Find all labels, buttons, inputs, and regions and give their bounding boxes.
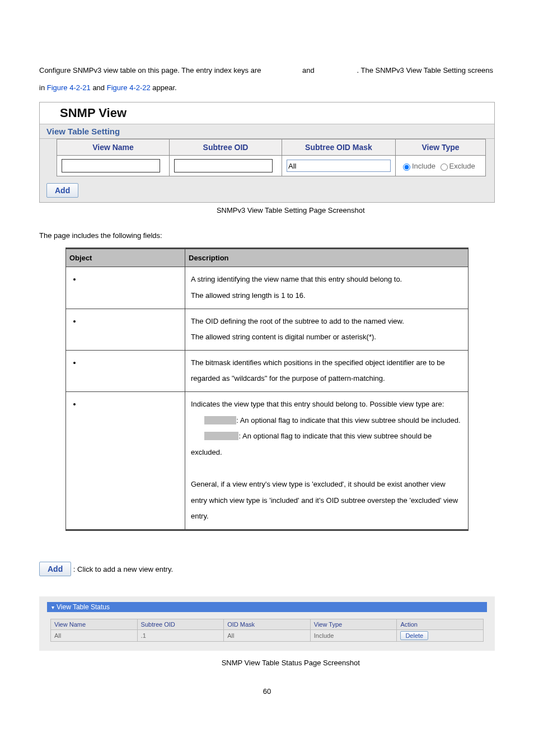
add-button-desc: : Click to add a new view entry.: [73, 565, 173, 573]
table-row: All .1 All Include Delete: [51, 629, 484, 641]
s2-oid-mask: All: [224, 629, 311, 641]
param-obj-3: View Type: [82, 400, 115, 408]
s2-view-type-h: View Type: [310, 619, 397, 629]
param-header-object: Object: [66, 249, 185, 267]
caption2-prefix: Figure 4-2-22: [174, 659, 222, 667]
s2-view-name-h: View Name: [51, 619, 138, 629]
s2-view-type: Include: [310, 629, 397, 641]
col-oid-mask: Subtree OID Mask: [282, 139, 396, 156]
add-button[interactable]: Add: [46, 183, 78, 198]
param-obj-1: Subtree OID: [82, 317, 122, 325]
s2-action-h: Action: [397, 619, 484, 629]
intro-key-1: View Name: [263, 66, 300, 74]
add-button-illustration: Add: [39, 562, 71, 576]
intro-and: and: [300, 66, 316, 74]
param-desc-1: The OID defining the root of the subtree…: [185, 309, 469, 350]
s2-subtree-oid-h: Subtree OID: [137, 619, 224, 629]
s2-oid-mask-h: OID Mask: [224, 619, 311, 629]
page-number: 60: [0, 687, 534, 696]
s2-view-name: All: [51, 629, 138, 641]
caption1-prefix: Figure 4-2-21: [169, 206, 217, 214]
caption-1: SNMPv3 View Table Setting Page Screensho…: [217, 206, 365, 214]
chevron-down-icon: ▾: [51, 604, 54, 610]
figure-link-1[interactable]: Figure 4-2-21: [47, 83, 91, 92]
intro-text-1: Configure SNMPv3 view table on this page…: [39, 66, 263, 74]
snmp-view-screenshot-1: SNMP View View Table Setting View Name S…: [39, 102, 495, 203]
include-label: Include: [412, 162, 435, 170]
param-header-desc: Description: [185, 249, 469, 267]
intro-and-2: and: [91, 83, 107, 92]
oid-mask-input[interactable]: [287, 160, 391, 172]
s2-subtree-oid: .1: [137, 629, 224, 641]
intro-text-3: appear.: [151, 83, 177, 92]
param-desc-0: A string identifying the view name that …: [185, 267, 469, 309]
include-radio[interactable]: [403, 164, 410, 171]
snmp-view-title: SNMP View: [60, 106, 127, 120]
delete-button[interactable]: Delete: [400, 631, 428, 640]
view-table-status-title: ▾View Table Status: [47, 602, 487, 612]
col-view-type: View Type: [396, 139, 486, 156]
param-obj-2: Subtree OID Mask: [82, 358, 142, 367]
parameter-table: Object Description View Name A string id…: [65, 248, 469, 530]
fields-intro: The page includes the following fields:: [0, 214, 534, 240]
intro-key-2: OID Subtree: [316, 66, 357, 74]
figure-link-2[interactable]: Figure 4-2-22: [107, 83, 151, 92]
col-view-name: View Name: [57, 139, 170, 156]
exclude-label: Exclude: [449, 162, 475, 170]
subtree-oid-input[interactable]: [174, 159, 273, 172]
param-obj-0: View Name: [82, 275, 119, 283]
col-subtree-oid: Subtree OID: [170, 139, 282, 156]
caption-2: SNMP View Table Status Page Screenshot: [222, 659, 360, 667]
param-desc-3: Indicates the view type that this entry …: [185, 391, 469, 530]
view-name-input[interactable]: [62, 159, 160, 172]
view-table-setting-title: View Table Setting: [40, 124, 494, 139]
param-desc-2: The bitmask identifies which positions i…: [185, 350, 469, 391]
view-table-setting: View Name Subtree OID Subtree OID Mask V…: [57, 139, 486, 176]
view-table-status: View Name Subtree OID OID Mask View Type…: [50, 619, 484, 642]
view-table-status-screenshot: ▾View Table Status View Name Subtree OID…: [39, 596, 495, 651]
exclude-radio[interactable]: [441, 164, 448, 171]
